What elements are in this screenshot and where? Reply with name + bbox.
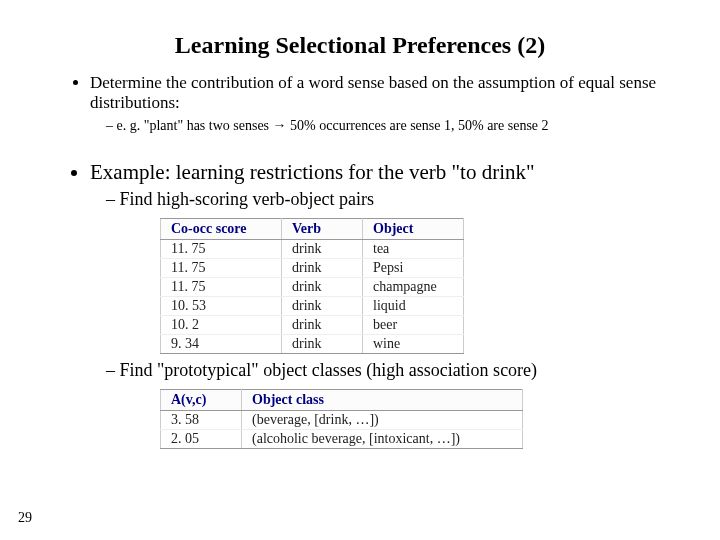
table-row: 9. 34 drink wine: [161, 335, 464, 354]
bullet-1-text: Determine the contribution of a word sen…: [90, 73, 656, 112]
bullet-2: Example: learning restrictions for the v…: [90, 160, 680, 449]
table-row: 10. 53 drink liquid: [161, 297, 464, 316]
sub1-suffix: 50% occurrences are sense 1, 50% are sen…: [287, 118, 549, 133]
sub2a-text: Find high-scoring verb-object pairs: [120, 189, 374, 209]
sub-list-2b: Find "prototypical" object classes (high…: [90, 360, 680, 381]
bullet-list: Determine the contribution of a word sen…: [40, 73, 680, 449]
table-row: 11. 75 drink Pepsi: [161, 259, 464, 278]
slide-title: Learning Selectional Preferences (2): [40, 32, 680, 59]
arrow-icon: →: [273, 117, 287, 133]
cooccurrence-table: Co-occ score Verb Object 11. 75 drink te…: [160, 218, 464, 354]
bullet-1: Determine the contribution of a word sen…: [90, 73, 680, 134]
table-row: 11. 75 drink champagne: [161, 278, 464, 297]
t1-h3: Object: [363, 219, 464, 240]
table-row: 11. 75 drink tea: [161, 240, 464, 259]
sub-list-2: Find high-scoring verb-object pairs: [90, 189, 680, 210]
sub-bullet-2a: Find high-scoring verb-object pairs: [120, 189, 680, 210]
bullet-2-text: Example: learning restrictions for the v…: [90, 160, 535, 184]
t1-h2: Verb: [282, 219, 363, 240]
sub-bullet-1: e. g. "plant" has two senses → 50% occur…: [120, 117, 680, 134]
sub-list-1: e. g. "plant" has two senses → 50% occur…: [90, 117, 680, 134]
table-row: 2. 05 (alcoholic beverage, [intoxicant, …: [161, 430, 523, 449]
t1-h1: Co-occ score: [161, 219, 282, 240]
sub1-prefix: e. g. "plant" has two senses: [117, 118, 273, 133]
sub2b-text: Find "prototypical" object classes (high…: [120, 360, 538, 380]
page-number: 29: [18, 510, 32, 526]
t2-h2: Object class: [242, 390, 523, 411]
slide-content: Learning Selectional Preferences (2) Det…: [0, 0, 720, 479]
t2-h1: A(v,c): [161, 390, 242, 411]
sub-bullet-2b: Find "prototypical" object classes (high…: [120, 360, 680, 381]
table-row: 10. 2 drink beer: [161, 316, 464, 335]
table-row: 3. 58 (beverage, [drink, …]): [161, 411, 523, 430]
association-table: A(v,c) Object class 3. 58 (beverage, [dr…: [160, 389, 523, 449]
